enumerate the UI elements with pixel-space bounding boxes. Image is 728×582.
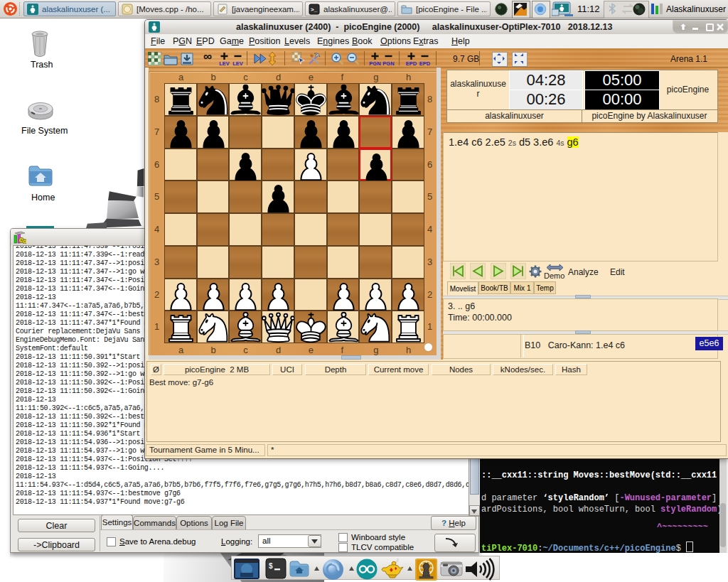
svg-text:PGN: PGN [382, 60, 394, 66]
svg-text:>_: >_ [311, 6, 318, 13]
svg-text:PGN: PGN [369, 60, 380, 66]
svg-text:EPD: EPD [406, 60, 417, 66]
svg-text:EPD: EPD [419, 60, 431, 66]
svg-text:$: $ [269, 562, 273, 570]
svg-text:LEV: LEV [219, 60, 230, 66]
svg-text:LEV: LEV [232, 60, 243, 66]
